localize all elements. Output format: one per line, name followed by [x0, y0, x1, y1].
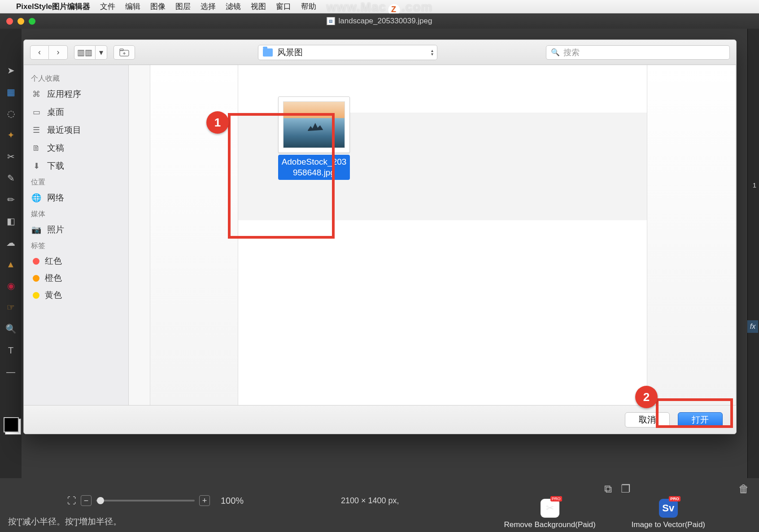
sidebar-item-label: 黄色: [45, 289, 62, 301]
window-controls: [0, 18, 35, 25]
zoom-in-button[interactable]: +: [199, 495, 210, 506]
eraser-tool-icon[interactable]: ◧: [4, 215, 17, 227]
color-swatch-icon[interactable]: [4, 417, 19, 432]
file-thumbnail-image: [283, 101, 345, 148]
sidebar-item-documents[interactable]: 🗎文稿: [24, 139, 128, 157]
app-menu[interactable]: PixelStyle图片编辑器: [16, 1, 90, 12]
nav-back-button[interactable]: ‹: [30, 45, 49, 60]
wand-tool-icon[interactable]: ✦: [4, 129, 17, 141]
sidebar-head-favorites: 个人收藏: [24, 71, 128, 85]
dialog-toolbar: ‹ › ▥▥ ▾ 风景图 ▴▾ 🔍 搜索: [24, 40, 736, 65]
sidebar-item-desktop[interactable]: ▭桌面: [24, 103, 128, 121]
zoom-slider-knob-icon[interactable]: [97, 497, 104, 504]
marquee-tool-icon[interactable]: ▦: [4, 86, 17, 98]
brush-tool-icon[interactable]: ✎: [4, 172, 17, 184]
sidebar-item-recents[interactable]: ☰最近项目: [24, 121, 128, 139]
sidebar-item-label: 橙色: [45, 272, 62, 284]
move-tool-icon[interactable]: ➤: [4, 65, 17, 76]
nav-forward-button[interactable]: ›: [49, 45, 68, 60]
sidebar-item-label: 照片: [47, 224, 64, 235]
stamp-tool-icon[interactable]: ▲: [4, 258, 17, 270]
zoom-slider[interactable]: [96, 500, 195, 501]
sidebar-tag-orange[interactable]: 橙色: [24, 270, 128, 287]
fx-button[interactable]: fx: [747, 320, 758, 333]
layer-count-label: 1: [753, 181, 756, 189]
search-placeholder: 搜索: [563, 47, 580, 58]
path-label: 风景图: [277, 47, 303, 58]
file-thumbnail-frame: [278, 96, 350, 153]
network-icon: 🌐: [31, 193, 42, 202]
folder-plus-icon: [119, 48, 129, 57]
sidebar-tag-yellow[interactable]: 黄色: [24, 287, 128, 304]
menu-view[interactable]: 视图: [251, 1, 266, 12]
loupe-tool-icon[interactable]: 🔍: [4, 323, 17, 335]
search-icon: 🔍: [551, 48, 560, 57]
pencil-tool-icon[interactable]: ✏: [4, 194, 17, 205]
sv-icon: SvPRO: [659, 499, 678, 518]
app-label: Remove Background(Paid): [504, 520, 595, 529]
tag-dot-icon: [33, 258, 39, 265]
sidebar-item-network[interactable]: 🌐网络: [24, 189, 128, 207]
sidebar-item-applications[interactable]: ⌘应用程序: [24, 85, 128, 103]
sidebar-item-label: 网络: [47, 192, 64, 204]
search-input[interactable]: 🔍 搜索: [546, 45, 730, 60]
finger-tool-icon[interactable]: ☞: [4, 301, 17, 313]
watermark-text: www.MacZ.com: [327, 0, 433, 15]
document-title: landscape_205330039.jpeg: [339, 17, 432, 26]
downloads-icon: ⬇: [31, 161, 42, 170]
sidebar-item-label: 桌面: [47, 106, 64, 118]
app-image-to-vector[interactable]: SvPRO Image to Vector(Paid): [632, 499, 705, 529]
annotation-badge-2: 2: [635, 386, 658, 408]
smudge-tool-icon[interactable]: ☁: [4, 237, 17, 249]
minimize-window-icon[interactable]: [17, 18, 24, 25]
sidebar-item-label: 下载: [47, 160, 64, 172]
dialog-sidebar: 个人收藏 ⌘应用程序 ▭桌面 ☰最近项目 🗎文稿 ⬇下载 位置 🌐网络 媒体 📷…: [24, 65, 129, 405]
menu-image[interactable]: 图像: [150, 1, 166, 12]
view-mode-dropdown-icon[interactable]: ▾: [96, 45, 107, 60]
chevron-updown-icon: ▴▾: [431, 49, 433, 56]
menu-filter[interactable]: 滤镜: [226, 1, 241, 12]
zoom-out-button[interactable]: −: [81, 495, 92, 506]
menu-layer[interactable]: 图层: [175, 1, 191, 12]
zoom-window-icon[interactable]: [29, 18, 35, 25]
sidebar-tag-red[interactable]: 红色: [24, 253, 128, 270]
app-remove-background[interactable]: ✂PRO Remove Background(Paid): [504, 499, 595, 529]
crop-tool-icon[interactable]: ✂: [4, 151, 17, 162]
view-mode-button[interactable]: ▥▥: [74, 45, 96, 60]
sidebar-item-label: 最近项目: [47, 124, 81, 136]
macos-menubar: PixelStyle图片编辑器 文件 编辑 图像 图层 选择 滤镜 视图 窗口 …: [0, 0, 759, 13]
menu-select[interactable]: 选择: [201, 1, 216, 12]
close-window-icon[interactable]: [6, 18, 13, 25]
path-dropdown[interactable]: 风景图 ▴▾: [258, 45, 437, 60]
photos-icon: 📷: [31, 225, 42, 234]
sidebar-item-downloads[interactable]: ⬇下载: [24, 157, 128, 175]
lasso-tool-icon[interactable]: ◌: [4, 108, 17, 119]
menu-edit[interactable]: 编辑: [125, 1, 140, 12]
menu-window[interactable]: 窗口: [276, 1, 291, 12]
zoom-percent-label: 100%: [221, 496, 244, 506]
column-root[interactable]: [129, 65, 150, 405]
canvas-dimensions-label: 2100 × 1400 px,: [341, 496, 399, 506]
recents-icon: ☰: [31, 126, 42, 135]
open-button[interactable]: 打开: [678, 412, 723, 427]
annotation-badge-1: 1: [206, 111, 229, 134]
new-folder-button[interactable]: [113, 45, 135, 60]
fit-screen-icon[interactable]: ⛶: [67, 496, 76, 506]
menu-help[interactable]: 帮助: [301, 1, 316, 12]
scissors-icon: ✂PRO: [541, 499, 559, 518]
sidebar-head-media: 媒体: [24, 207, 128, 221]
redeye-tool-icon[interactable]: ◉: [4, 280, 17, 292]
sidebar-item-photos[interactable]: 📷照片: [24, 221, 128, 239]
app-label: Image to Vector(Paid): [632, 520, 705, 529]
ruler-tool-icon[interactable]: ―: [4, 366, 17, 378]
sidebar-item-label: 红色: [45, 255, 62, 267]
column-files[interactable]: AdobeStock_203958648.jpg: [238, 65, 647, 405]
editor-titlebar: ▤ landscape_205330039.jpeg: [0, 13, 759, 29]
text-tool-icon[interactable]: T: [4, 344, 17, 356]
pro-badge-icon: PRO: [550, 496, 562, 501]
file-item-selected[interactable]: AdobeStock_203958648.jpg: [267, 96, 361, 180]
editor-tool-strip: ➤ ▦ ◌ ✦ ✂ ✎ ✏ ◧ ☁ ▲ ◉ ☞ 🔍 T ―: [0, 29, 22, 478]
tag-dot-icon: [33, 275, 39, 282]
cancel-button[interactable]: 取消: [625, 412, 670, 427]
menu-file[interactable]: 文件: [100, 1, 115, 12]
